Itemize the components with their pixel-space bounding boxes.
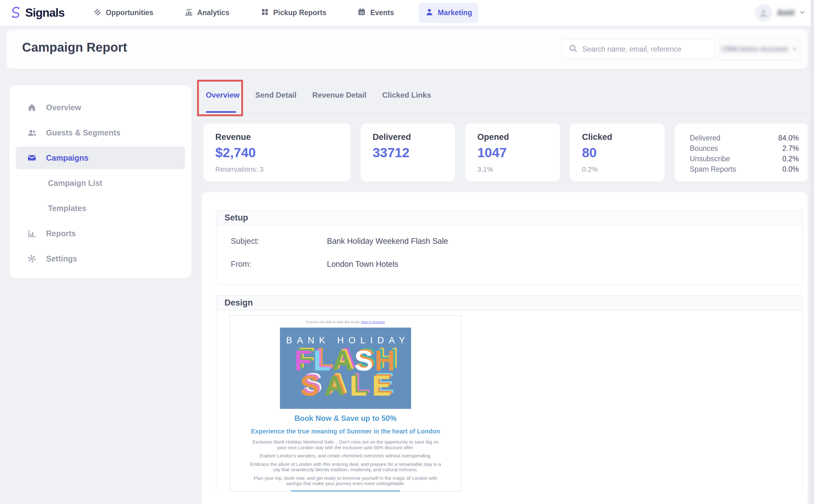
- email-paragraph: Explore London's wonders, and create che…: [249, 453, 442, 459]
- sidebar-label: Templates: [48, 204, 86, 213]
- view-in-browser-link[interactable]: view in browser: [361, 320, 385, 324]
- top-nav: Signals Opportunities: [0, 0, 814, 26]
- tag-icon: [93, 8, 102, 18]
- email-paragraph: Exclusive Bank Holiday Weekend Sale... D…: [249, 439, 442, 450]
- page-scrollbar[interactable]: [811, 0, 814, 504]
- stat-title: Opened: [477, 132, 548, 142]
- nav-item-events[interactable]: Events: [351, 3, 400, 23]
- hero-letter: E: [372, 370, 396, 402]
- sidebar-item-guests-segments[interactable]: Guests & Segments: [16, 121, 185, 144]
- email-paragraph: Plan your trip, book now, and get ready …: [249, 475, 442, 486]
- tab-revenue-detail[interactable]: Revenue Detail: [312, 91, 366, 103]
- email-preheader: If you're not able to view this email, v…: [230, 320, 461, 324]
- summary-row: Spam Reports 0.0%: [690, 164, 799, 175]
- setup-value: London Town Hotels: [327, 260, 398, 269]
- nav-item-marketing[interactable]: Marketing: [419, 3, 479, 23]
- campaign-report-page: Signals Opportunities: [0, 0, 814, 504]
- stat-value: 80: [582, 145, 653, 160]
- preheader-text: If you're not able to view this email,: [306, 320, 360, 324]
- sidebar-label: Overview: [46, 103, 81, 112]
- sidebar: Overview Guests & Segments Campaigns Cam…: [9, 85, 191, 278]
- summary-label: Spam Reports: [690, 165, 736, 174]
- sidebar-item-campaigns[interactable]: Campaigns: [16, 146, 185, 169]
- tab-clicked-links[interactable]: Clicked Links: [382, 91, 431, 103]
- stat-value: 33712: [373, 145, 443, 160]
- nav-item-opportunities[interactable]: Opportunities: [87, 3, 160, 23]
- nav-label: Marketing: [438, 9, 472, 17]
- chevron-down-icon: [799, 9, 806, 17]
- search-icon: [568, 44, 578, 54]
- report-detail-card: Setup Subject: Bank Holiday Weekend Flas…: [202, 192, 808, 504]
- email-tagline: Book Now & Save up to 50%: [230, 414, 461, 423]
- people-icon: [27, 128, 37, 137]
- sidebar-label: Campaign List: [48, 179, 102, 188]
- page-header: Campaign Report CRM Demo Account: [6, 30, 808, 69]
- setup-row-from: From: London Town Hotels: [231, 260, 802, 269]
- sidebar-item-campaign-list[interactable]: Campaign List: [16, 172, 185, 194]
- chevron-down-icon: [792, 46, 797, 53]
- summary-value: 2.7%: [782, 144, 799, 153]
- user-name: Amit: [777, 8, 794, 17]
- tab-overview[interactable]: Overview: [206, 91, 240, 103]
- app-name: Signals: [25, 6, 65, 20]
- tab-send-detail[interactable]: Send Detail: [255, 91, 297, 103]
- summary-row: Bounces 2.7%: [690, 143, 799, 154]
- person-icon: [425, 8, 434, 18]
- hero-title: BANK HOLIDAY: [280, 335, 411, 346]
- summary-row: Delivered 84.0%: [690, 133, 799, 143]
- setup-label: Subject:: [231, 237, 327, 246]
- summary-row: Unsubscribe 0.2%: [690, 154, 799, 164]
- avatar: [755, 4, 772, 22]
- signals-logo-icon: [8, 5, 23, 21]
- design-section: Design If you're not able to view this e…: [216, 295, 803, 491]
- nav-label: Opportunities: [106, 9, 153, 17]
- stat-subtext: 0.2%: [582, 165, 653, 174]
- stat-card-clicked: Clicked 80 0.2%: [570, 123, 665, 181]
- email-cta-button[interactable]: Search All Hotels and Book Now: [291, 490, 400, 492]
- email-headline: Experience the true meaning of Summer in…: [230, 428, 461, 435]
- app-logo[interactable]: Signals: [8, 5, 65, 21]
- stat-title: Revenue: [215, 132, 339, 142]
- grid-icon: [261, 8, 269, 18]
- setup-value: Bank Holiday Weekend Flash Sale: [327, 237, 448, 246]
- nav-label: Events: [370, 9, 394, 17]
- user-menu[interactable]: Amit: [755, 4, 806, 22]
- stat-title: Clicked: [582, 132, 653, 142]
- report-tabs: Overview Send Detail Revenue Detail Clic…: [206, 91, 431, 103]
- nav-label: Pickup Reports: [273, 9, 327, 17]
- hero-letter: S: [300, 370, 324, 402]
- nav-item-pickup-reports[interactable]: Pickup Reports: [254, 3, 333, 23]
- hero-letter: A: [324, 370, 350, 402]
- stat-card-revenue: Revenue $2,740 Reservations: 3: [204, 123, 351, 181]
- sidebar-item-reports[interactable]: Reports: [16, 222, 185, 245]
- search-input[interactable]: [582, 45, 708, 54]
- email-paragraph: Embrace the allure of London with this e…: [249, 461, 442, 473]
- sidebar-item-templates[interactable]: Templates: [16, 197, 185, 220]
- summary-label: Bounces: [690, 144, 718, 153]
- active-tab-indicator: [206, 111, 236, 113]
- sidebar-label: Settings: [46, 254, 77, 263]
- stat-value: 1047: [477, 145, 548, 160]
- nav-label: Analytics: [197, 9, 229, 17]
- account-switcher-button[interactable]: CRM Demo Account: [719, 38, 800, 60]
- summary-label: Delivered: [690, 134, 720, 142]
- sidebar-label: Reports: [46, 229, 76, 238]
- summary-value: 0.0%: [782, 165, 799, 174]
- page-title: Campaign Report: [22, 40, 127, 54]
- sidebar-label: Guests & Segments: [46, 128, 120, 137]
- sidebar-item-overview[interactable]: Overview: [16, 96, 185, 119]
- sidebar-item-settings[interactable]: Settings: [16, 247, 185, 270]
- email-preview: If you're not able to view this email, v…: [230, 315, 461, 492]
- nav-item-analytics[interactable]: Analytics: [178, 3, 236, 23]
- stat-card-opened: Opened 1047 3.1%: [465, 123, 560, 181]
- primary-nav: Opportunities Analytics: [87, 3, 497, 23]
- tabs-divider: [202, 112, 808, 113]
- design-section-title: Design: [216, 296, 802, 310]
- gear-icon: [27, 254, 37, 263]
- summary-value: 84.0%: [778, 134, 799, 142]
- home-icon: [27, 103, 37, 112]
- stat-value: $2,740: [215, 145, 339, 160]
- global-search[interactable]: [562, 39, 715, 59]
- stat-subtext: 3.1%: [477, 165, 548, 174]
- email-hero-image: BANK HOLIDAY FLASH SALE: [280, 328, 411, 409]
